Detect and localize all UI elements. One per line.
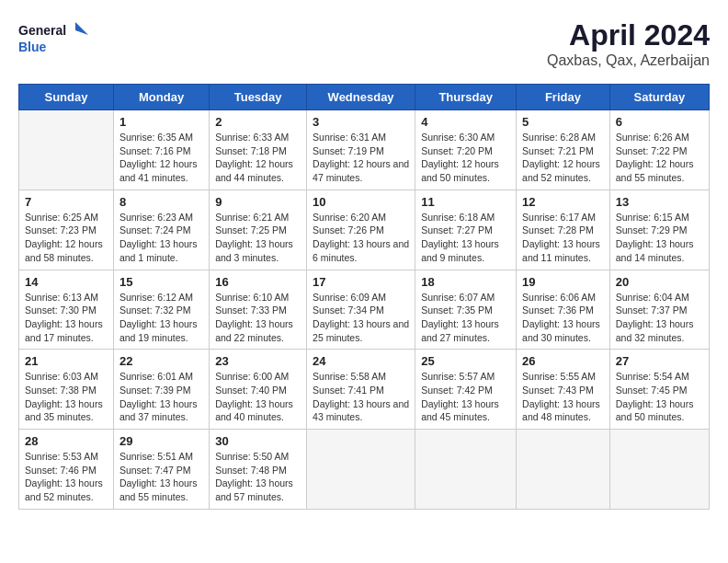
calendar-cell: 18 Sunrise: 6:07 AM Sunset: 7:35 PM Dayl…	[415, 270, 517, 350]
sunset-label: Sunset: 7:35 PM	[421, 304, 493, 316]
sunrise-label: Sunrise: 5:50 AM	[215, 451, 289, 462]
sunrise-label: Sunrise: 5:53 AM	[25, 451, 98, 462]
day-number: 12	[522, 195, 604, 209]
daylight-label: Daylight: 13 hours and 32 minutes.	[616, 318, 694, 343]
day-info: Sunrise: 6:06 AM Sunset: 7:36 PM Dayligh…	[522, 291, 604, 345]
sunset-label: Sunset: 7:19 PM	[313, 145, 384, 156]
calendar-cell: 16 Sunrise: 6:10 AM Sunset: 7:33 PM Dayl…	[210, 270, 307, 350]
sunset-label: Sunset: 7:39 PM	[119, 385, 191, 396]
sunrise-label: Sunrise: 5:55 AM	[522, 371, 596, 382]
sunset-label: Sunset: 7:42 PM	[421, 385, 493, 396]
sunrise-label: Sunrise: 6:31 AM	[313, 132, 386, 143]
day-info: Sunrise: 6:09 AM Sunset: 7:34 PM Dayligh…	[313, 291, 409, 345]
calendar-cell: 2 Sunrise: 6:33 AM Sunset: 7:18 PM Dayli…	[210, 110, 307, 190]
sunrise-label: Sunrise: 5:51 AM	[119, 451, 193, 462]
daylight-label: Daylight: 13 hours and 6 minutes.	[313, 238, 409, 263]
day-number: 17	[313, 275, 409, 289]
day-info: Sunrise: 6:07 AM Sunset: 7:35 PM Dayligh…	[421, 291, 510, 345]
daylight-label: Daylight: 12 hours and 47 minutes.	[313, 158, 409, 183]
sunset-label: Sunset: 7:36 PM	[522, 304, 594, 316]
sunrise-label: Sunrise: 6:10 AM	[215, 292, 289, 303]
day-info: Sunrise: 5:57 AM Sunset: 7:42 PM Dayligh…	[421, 370, 510, 424]
day-info: Sunrise: 6:21 AM Sunset: 7:25 PM Dayligh…	[215, 211, 301, 265]
daylight-label: Daylight: 13 hours and 52 minutes.	[25, 477, 103, 502]
page-title: April 2024	[547, 18, 710, 52]
day-number: 18	[421, 275, 510, 289]
daylight-label: Daylight: 13 hours and 14 minutes.	[616, 238, 694, 263]
sunrise-label: Sunrise: 6:17 AM	[522, 212, 596, 223]
daylight-label: Daylight: 13 hours and 57 minutes.	[215, 477, 293, 502]
sunset-label: Sunset: 7:24 PM	[119, 224, 191, 236]
day-info: Sunrise: 6:15 AM Sunset: 7:29 PM Dayligh…	[616, 211, 703, 265]
day-info: Sunrise: 6:28 AM Sunset: 7:21 PM Dayligh…	[522, 131, 604, 185]
weekday-header: Monday	[113, 85, 209, 110]
sunset-label: Sunset: 7:30 PM	[25, 304, 97, 316]
day-info: Sunrise: 5:55 AM Sunset: 7:43 PM Dayligh…	[522, 370, 604, 424]
sunset-label: Sunset: 7:43 PM	[522, 385, 594, 396]
calendar-cell: 12 Sunrise: 6:17 AM Sunset: 7:28 PM Dayl…	[517, 190, 610, 270]
day-info: Sunrise: 5:50 AM Sunset: 7:48 PM Dayligh…	[215, 450, 301, 504]
calendar-cell: 6 Sunrise: 6:26 AM Sunset: 7:22 PM Dayli…	[609, 110, 709, 190]
sunrise-label: Sunrise: 6:00 AM	[215, 371, 289, 382]
calendar-cell	[19, 110, 114, 190]
weekday-header: Friday	[517, 85, 610, 110]
calendar-cell: 1 Sunrise: 6:35 AM Sunset: 7:16 PM Dayli…	[113, 110, 209, 190]
day-number: 23	[215, 354, 301, 368]
day-number: 13	[616, 195, 703, 209]
svg-text:General: General	[18, 23, 66, 38]
sunset-label: Sunset: 7:26 PM	[313, 224, 384, 236]
sunrise-label: Sunrise: 6:03 AM	[25, 371, 98, 382]
daylight-label: Daylight: 12 hours and 41 minutes.	[119, 158, 198, 183]
day-info: Sunrise: 6:00 AM Sunset: 7:40 PM Dayligh…	[215, 370, 301, 424]
sunrise-label: Sunrise: 6:12 AM	[119, 292, 193, 303]
day-number: 4	[421, 115, 510, 129]
daylight-label: Daylight: 13 hours and 37 minutes.	[119, 398, 198, 423]
calendar-cell	[609, 430, 709, 510]
daylight-label: Daylight: 12 hours and 44 minutes.	[215, 158, 293, 183]
day-info: Sunrise: 6:10 AM Sunset: 7:33 PM Dayligh…	[215, 291, 301, 345]
logo-svg: General Blue	[18, 18, 92, 59]
weekday-header: Sunday	[19, 85, 114, 110]
day-info: Sunrise: 5:53 AM Sunset: 7:46 PM Dayligh…	[25, 450, 108, 504]
daylight-label: Daylight: 13 hours and 1 minute.	[119, 238, 198, 263]
sunset-label: Sunset: 7:38 PM	[25, 385, 97, 396]
sunrise-label: Sunrise: 6:23 AM	[119, 212, 193, 223]
calendar-cell: 24 Sunrise: 5:58 AM Sunset: 7:41 PM Dayl…	[307, 350, 415, 430]
sunrise-label: Sunrise: 6:33 AM	[215, 132, 289, 143]
sunset-label: Sunset: 7:32 PM	[119, 304, 191, 316]
weekday-header: Wednesday	[307, 85, 415, 110]
calendar-cell: 15 Sunrise: 6:12 AM Sunset: 7:32 PM Dayl…	[113, 270, 209, 350]
sunrise-label: Sunrise: 5:54 AM	[616, 371, 689, 382]
sunset-label: Sunset: 7:21 PM	[522, 145, 594, 156]
daylight-label: Daylight: 13 hours and 3 minutes.	[215, 238, 293, 263]
sunset-label: Sunset: 7:18 PM	[215, 145, 287, 156]
day-number: 27	[616, 354, 703, 368]
sunset-label: Sunset: 7:27 PM	[421, 224, 493, 236]
day-info: Sunrise: 6:23 AM Sunset: 7:24 PM Dayligh…	[119, 211, 203, 265]
daylight-label: Daylight: 13 hours and 27 minutes.	[421, 318, 499, 343]
day-number: 3	[313, 115, 409, 129]
calendar-cell: 3 Sunrise: 6:31 AM Sunset: 7:19 PM Dayli…	[307, 110, 415, 190]
sunrise-label: Sunrise: 6:28 AM	[522, 132, 596, 143]
day-info: Sunrise: 6:33 AM Sunset: 7:18 PM Dayligh…	[215, 131, 301, 185]
calendar-cell: 21 Sunrise: 6:03 AM Sunset: 7:38 PM Dayl…	[19, 350, 114, 430]
calendar-cell	[517, 430, 610, 510]
sunset-label: Sunset: 7:48 PM	[215, 465, 287, 476]
calendar-cell: 13 Sunrise: 6:15 AM Sunset: 7:29 PM Dayl…	[609, 190, 709, 270]
day-number: 2	[215, 115, 301, 129]
sunset-label: Sunset: 7:28 PM	[522, 224, 594, 236]
sunrise-label: Sunrise: 6:20 AM	[313, 212, 386, 223]
day-number: 26	[522, 354, 604, 368]
sunrise-label: Sunrise: 6:09 AM	[313, 292, 386, 303]
day-info: Sunrise: 6:35 AM Sunset: 7:16 PM Dayligh…	[119, 131, 203, 185]
day-info: Sunrise: 6:18 AM Sunset: 7:27 PM Dayligh…	[421, 211, 510, 265]
sunset-label: Sunset: 7:34 PM	[313, 304, 384, 316]
sunrise-label: Sunrise: 6:18 AM	[421, 212, 495, 223]
calendar-cell: 28 Sunrise: 5:53 AM Sunset: 7:46 PM Dayl…	[19, 430, 114, 510]
calendar-cell: 8 Sunrise: 6:23 AM Sunset: 7:24 PM Dayli…	[113, 190, 209, 270]
calendar-week-row: 14 Sunrise: 6:13 AM Sunset: 7:30 PM Dayl…	[19, 270, 710, 350]
sunset-label: Sunset: 7:29 PM	[616, 224, 688, 236]
day-number: 20	[616, 275, 703, 289]
calendar-cell	[307, 430, 415, 510]
title-block: April 2024 Qaxbas, Qax, Azerbaijan	[547, 18, 710, 69]
